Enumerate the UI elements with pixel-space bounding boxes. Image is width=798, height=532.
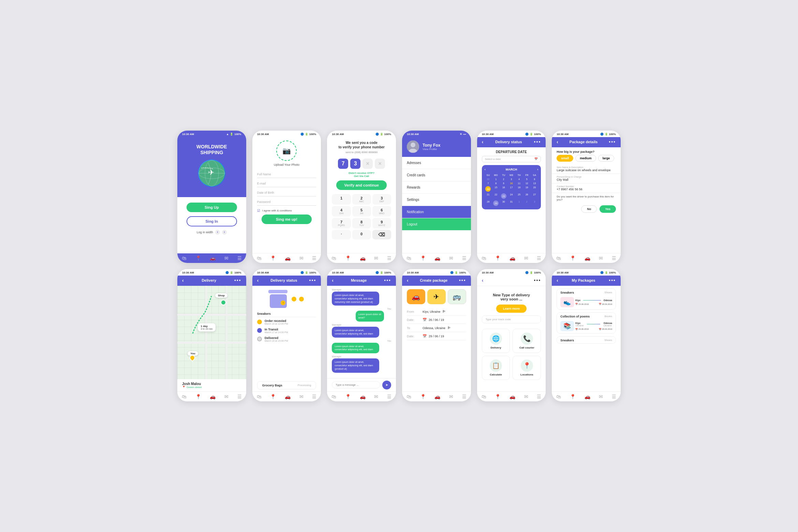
menu-notification[interactable]: Notification	[402, 206, 471, 218]
nav-mail-icon[interactable]: ✉	[524, 255, 528, 261]
num-5[interactable]: 5JHI	[352, 206, 371, 217]
nav-location-icon[interactable]: 📍	[195, 394, 201, 399]
options-button[interactable]: •••	[609, 139, 616, 145]
options-button[interactable]: •••	[534, 278, 541, 283]
transport-plane[interactable]: ✈	[427, 289, 446, 304]
nav-mail-icon[interactable]: ✉	[599, 394, 603, 399]
verify-button[interactable]: Verify and continue	[336, 180, 387, 190]
size-medium[interactable]: medium	[575, 155, 596, 162]
num-8[interactable]: 8TUV	[352, 218, 371, 228]
nav-car-icon[interactable]: 🚗	[509, 394, 515, 399]
package-sneakers[interactable]: Sneakers Shoes 👟 Kiyv Odessa 📅	[557, 289, 616, 310]
nav-menu-icon[interactable]: ☰	[612, 394, 616, 399]
nav-location-icon[interactable]: 📍	[570, 255, 576, 261]
checkbox-icon[interactable]: ☑	[257, 209, 260, 212]
num-del[interactable]: ⌫	[372, 230, 391, 239]
nav-car-icon[interactable]: 🚗	[210, 255, 216, 261]
nav-car-icon[interactable]: 🚗	[360, 394, 366, 399]
menu-addresses[interactable]: Adresses	[402, 157, 471, 169]
num-9[interactable]: 9WXYZ	[372, 218, 391, 228]
info-icon-1[interactable]: i	[215, 230, 220, 235]
size-large[interactable]: large	[598, 155, 615, 162]
nav-menu-icon[interactable]: ☰	[312, 394, 316, 399]
service-courier[interactable]: 📞 Call courier	[513, 329, 541, 353]
date-picker[interactable]: Select a date 📅	[482, 156, 541, 162]
nav-car-icon[interactable]: 🚗	[434, 255, 440, 261]
nav-car-icon[interactable]: 🚗	[285, 394, 291, 399]
yes-button[interactable]: Yes	[600, 205, 616, 213]
dob-field[interactable]: Date of Birth	[257, 189, 316, 196]
nav-shop-icon[interactable]: 🛍	[556, 255, 561, 261]
service-delivery[interactable]: 🌐 Delivery	[482, 329, 510, 353]
nav-location-icon[interactable]: 📍	[270, 255, 276, 261]
nav-menu-icon[interactable]: ☰	[387, 394, 391, 399]
nav-location-icon[interactable]: 📍	[195, 255, 201, 261]
nav-menu-icon[interactable]: ☰	[462, 394, 467, 399]
nav-car-icon[interactable]: 🚗	[434, 394, 440, 399]
info-icon-2[interactable]: i	[222, 230, 227, 235]
nav-mail-icon[interactable]: ✉	[299, 394, 304, 399]
nav-menu-icon[interactable]: ☰	[237, 394, 242, 399]
nav-shop-icon[interactable]: 🛍	[556, 394, 561, 399]
nav-location-icon[interactable]: 📍	[420, 255, 426, 261]
nav-menu-icon[interactable]: ☰	[537, 255, 541, 261]
nav-shop-icon[interactable]: 🛍	[331, 255, 336, 261]
num-6[interactable]: 6MNO	[372, 206, 391, 217]
nav-car-icon[interactable]: 🚗	[285, 255, 291, 261]
nav-shop-icon[interactable]: 🛍	[407, 255, 411, 261]
singmeup-button[interactable]: Sing me up!	[262, 215, 312, 224]
num-2[interactable]: 2ABC	[352, 194, 371, 205]
nav-menu-icon[interactable]: ☰	[462, 255, 467, 261]
nav-car-icon[interactable]: 🚗	[585, 394, 590, 399]
send-button[interactable]: ➤	[382, 381, 391, 389]
email-field[interactable]: E-mail	[257, 180, 316, 187]
nav-location-icon[interactable]: 📍	[495, 255, 501, 261]
options-button[interactable]: •••	[234, 278, 241, 283]
nav-mail-icon[interactable]: ✉	[224, 255, 228, 261]
menu-rewards[interactable]: Rewards	[402, 181, 471, 194]
num-4[interactable]: 4GHI	[332, 206, 351, 217]
otp-box-4[interactable]: ×	[375, 159, 385, 169]
num-0[interactable]: 0	[352, 230, 371, 239]
nav-car-icon[interactable]: 🚗	[585, 255, 590, 261]
nav-mail-icon[interactable]: ✉	[449, 255, 453, 261]
upload-photo-circle[interactable]: 📷	[276, 141, 297, 161]
nav-mail-icon[interactable]: ✉	[449, 394, 453, 399]
menu-credit-cards[interactable]: Credit cards	[402, 169, 471, 181]
nav-shop-icon[interactable]: 🛍	[182, 255, 187, 261]
options-button[interactable]: •••	[384, 278, 391, 283]
nav-mail-icon[interactable]: ✉	[374, 394, 378, 399]
otp-box-3[interactable]: ×	[363, 159, 373, 169]
track-input[interactable]: Type your track code	[482, 315, 541, 323]
signin-button[interactable]: Sing In	[187, 216, 237, 226]
package-poems[interactable]: Collection of poems Books 📚 Kiyv Ukraine	[557, 312, 616, 334]
nav-location-icon[interactable]: 📍	[345, 255, 351, 261]
nav-shop-icon[interactable]: 🛍	[482, 394, 486, 399]
nav-menu-icon[interactable]: ☰	[387, 255, 391, 261]
menu-logout[interactable]: Logout	[402, 218, 471, 231]
nav-menu-icon[interactable]: ☰	[237, 255, 242, 261]
nav-car-icon[interactable]: 🚗	[509, 255, 515, 261]
num-dot[interactable]: ·	[332, 230, 351, 239]
nav-shop-icon[interactable]: 🛍	[407, 394, 411, 399]
num-3[interactable]: 3DEF	[372, 194, 391, 205]
no-button[interactable]: No	[581, 205, 597, 213]
service-locations[interactable]: 📍 Locations	[513, 356, 541, 380]
nav-car-icon[interactable]: 🚗	[360, 255, 366, 261]
otp-box-2[interactable]: 3	[350, 159, 360, 169]
nav-shop-icon[interactable]: 🛍	[482, 255, 486, 261]
transport-bus[interactable]: 🚌	[448, 289, 466, 304]
nav-shop-icon[interactable]: 🛍	[182, 394, 187, 399]
message-input[interactable]	[332, 381, 380, 388]
package-sneakers-2[interactable]: Sneakers Shoes	[557, 336, 616, 344]
nav-location-icon[interactable]: 📍	[345, 394, 351, 399]
options-button[interactable]: •••	[309, 278, 316, 283]
password-field[interactable]: Password	[257, 198, 316, 206]
nav-mail-icon[interactable]: ✉	[524, 394, 528, 399]
back-button[interactable]: ‹	[482, 278, 484, 283]
num-7[interactable]: 7PQRS	[332, 218, 351, 228]
signup-button[interactable]: Sing Up	[187, 203, 237, 212]
view-profile-link[interactable]: View Profile	[423, 148, 440, 151]
service-calculate[interactable]: 📋 Calculate	[482, 356, 510, 380]
nav-menu-icon[interactable]: ☰	[312, 255, 316, 261]
